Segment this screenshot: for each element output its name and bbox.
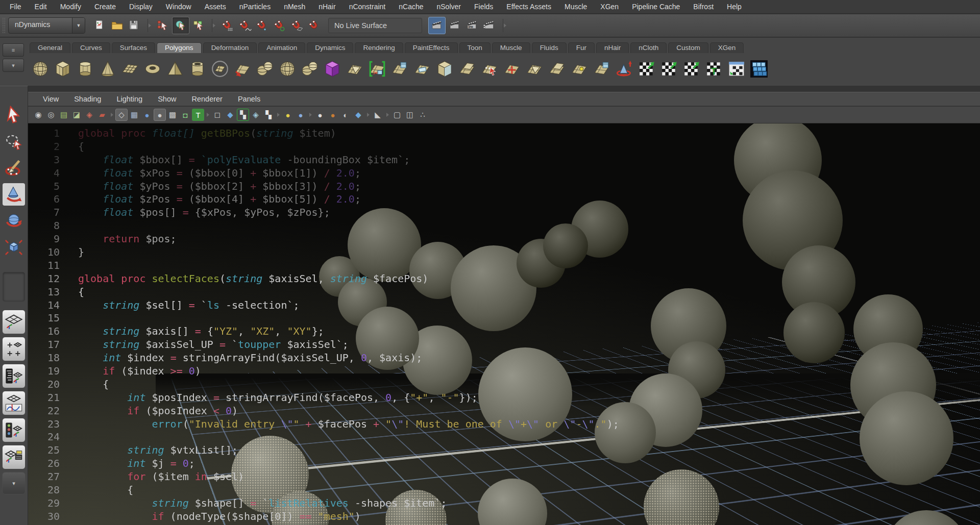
ambient-sphere-icon[interactable]: ● bbox=[314, 109, 326, 121]
bevel-icon[interactable] bbox=[434, 58, 455, 80]
isolate-select-icon[interactable]: ▚ bbox=[237, 109, 249, 121]
textured-mode-icon[interactable]: ● bbox=[154, 109, 166, 121]
wireframe-mode-icon[interactable]: ◇ bbox=[115, 109, 128, 121]
poly-sphere-icon[interactable] bbox=[30, 58, 51, 80]
isolate-cube-icon[interactable]: ▢ bbox=[391, 109, 403, 121]
snap-curve-icon[interactable] bbox=[236, 17, 253, 34]
tab-custom[interactable]: Custom bbox=[668, 42, 708, 53]
render-settings-icon[interactable] bbox=[481, 17, 498, 34]
menu-set-selector[interactable]: nDynamics ▼ bbox=[8, 17, 85, 34]
extrude-icon[interactable] bbox=[389, 58, 410, 80]
lasso-tool[interactable] bbox=[3, 130, 25, 153]
bridge-icon[interactable] bbox=[411, 58, 433, 80]
panel-menu-lighting[interactable]: Lighting bbox=[109, 95, 150, 103]
uv-spherical-map-icon[interactable] bbox=[681, 58, 702, 80]
tab-surfaces[interactable]: Surfaces bbox=[112, 42, 155, 53]
cut-faces-icon[interactable]: ✂ bbox=[366, 58, 388, 80]
panel-menu-panels[interactable]: Panels bbox=[230, 95, 268, 103]
layout-hypershade-persp[interactable] bbox=[2, 418, 26, 442]
gate-mask-icon[interactable]: ◘ bbox=[179, 109, 191, 121]
scale-tool[interactable] bbox=[3, 236, 25, 259]
poly-cone-icon[interactable] bbox=[97, 58, 118, 80]
xray-mode-icon[interactable]: ◈ bbox=[250, 109, 262, 121]
paint-select-tool[interactable] bbox=[3, 157, 25, 179]
poly-pipe-icon[interactable] bbox=[187, 58, 208, 80]
share-view-icon[interactable]: ∴ bbox=[416, 109, 429, 121]
motion-blur-icon[interactable]: ◆ bbox=[352, 109, 364, 121]
tab-animation[interactable]: Animation bbox=[258, 42, 305, 53]
default-material-icon[interactable]: ◻ bbox=[211, 109, 224, 121]
shelf-menu-icon[interactable]: ≡ bbox=[3, 43, 24, 57]
scene-light-icon[interactable]: ● bbox=[295, 109, 307, 121]
toolbar-drag-handle[interactable] bbox=[2, 17, 6, 34]
poly-cube-icon[interactable] bbox=[52, 58, 74, 80]
boolean-icon[interactable] bbox=[456, 58, 478, 80]
uv-automatic-map-icon[interactable]: T bbox=[703, 58, 725, 80]
select-area-icon[interactable]: ◣ bbox=[372, 109, 384, 121]
layout-persp-graph[interactable] bbox=[2, 391, 26, 415]
chevron-down-icon[interactable]: ▼ bbox=[72, 18, 85, 33]
select-object-icon[interactable] bbox=[172, 17, 189, 34]
tab-painteffects[interactable]: PaintEffects bbox=[405, 42, 458, 53]
menu-nsolver[interactable]: nSolver bbox=[430, 0, 468, 14]
layout-four-view[interactable] bbox=[2, 337, 26, 361]
render-view-icon[interactable] bbox=[428, 17, 446, 34]
menu-pipeline-cache[interactable]: Pipeline Cache bbox=[625, 0, 687, 14]
smooth-mesh-icon[interactable] bbox=[322, 58, 343, 80]
tab-xgen[interactable]: XGen bbox=[710, 42, 744, 53]
select-hierarchy-icon[interactable] bbox=[155, 17, 171, 34]
move-tool[interactable] bbox=[3, 183, 25, 206]
tab-muscle[interactable]: Muscle bbox=[492, 42, 530, 53]
uv-cylindrical-map-icon[interactable] bbox=[658, 58, 680, 80]
poly-cylinder-icon[interactable] bbox=[75, 58, 96, 80]
menu-muscle[interactable]: Muscle bbox=[558, 0, 594, 14]
field-chart-icon[interactable]: T bbox=[192, 109, 204, 121]
menu-nmesh[interactable]: nMesh bbox=[277, 0, 312, 14]
menu-ncache[interactable]: nCache bbox=[392, 0, 430, 14]
rotate-tool[interactable] bbox=[3, 210, 25, 232]
menu-modify[interactable]: Modify bbox=[54, 0, 88, 14]
make-live-icon[interactable] bbox=[306, 17, 322, 34]
poly-pyramid-icon[interactable] bbox=[164, 58, 186, 80]
menu-file[interactable]: File bbox=[3, 0, 28, 14]
uv-editor-icon[interactable] bbox=[726, 58, 747, 80]
shaded-mode-icon[interactable]: ● bbox=[141, 109, 153, 121]
menu-bifrost[interactable]: Bifrost bbox=[687, 0, 720, 14]
last-tool-slot[interactable] bbox=[3, 272, 25, 302]
menu-nconstraint[interactable]: nConstraint bbox=[342, 0, 393, 14]
tab-dynamics[interactable]: Dynamics bbox=[307, 42, 353, 53]
panel-menu-shading[interactable]: Shading bbox=[66, 95, 109, 103]
layout-single-persp[interactable] bbox=[2, 310, 26, 334]
menu-xgen[interactable]: XGen bbox=[594, 0, 625, 14]
crease-icon[interactable] bbox=[546, 58, 568, 80]
viewport-panel[interactable]: 1global proc float[] getBBPos(string $it… bbox=[28, 123, 980, 525]
bookmark-icon[interactable]: ▤ bbox=[58, 109, 70, 121]
menu-edit[interactable]: Edit bbox=[28, 0, 54, 14]
snap-projected-center-icon[interactable] bbox=[271, 17, 287, 34]
select-component-icon[interactable] bbox=[190, 17, 207, 34]
menu-help[interactable]: Help bbox=[720, 0, 748, 14]
menu-nhair[interactable]: nHair bbox=[312, 0, 342, 14]
default-light-icon[interactable]: ● bbox=[282, 109, 294, 121]
mesh-sphere-icon[interactable] bbox=[277, 58, 298, 80]
duplicate-view-icon[interactable]: ◫ bbox=[404, 109, 416, 121]
tab-deformation[interactable]: Deformation bbox=[203, 42, 257, 53]
poke-icon[interactable] bbox=[501, 58, 523, 80]
shelf-tab-arrow-icon[interactable]: ▾ bbox=[3, 59, 24, 72]
paint-effects-panel-icon[interactable]: ▰ bbox=[96, 109, 108, 121]
reduce-mesh-icon[interactable] bbox=[748, 58, 770, 80]
sculpt-icon[interactable] bbox=[479, 58, 500, 80]
menu-nparticles[interactable]: nParticles bbox=[233, 0, 277, 14]
layout-persp-uv[interactable] bbox=[2, 445, 26, 469]
snap-view-plane-icon[interactable] bbox=[288, 17, 305, 34]
tab-polygons[interactable]: Polygons bbox=[157, 42, 202, 53]
poly-plane-icon[interactable] bbox=[119, 58, 141, 80]
layout-more-button[interactable]: ▾ bbox=[2, 472, 26, 494]
menu-create[interactable]: Create bbox=[88, 0, 122, 14]
checker-display-icon[interactable]: ▚ bbox=[262, 109, 275, 121]
ipr-render-icon[interactable]: IPR bbox=[464, 17, 480, 34]
snap-point-icon[interactable] bbox=[254, 17, 270, 34]
view-selected-icon[interactable]: ◈ bbox=[83, 109, 95, 121]
tab-nhair[interactable]: nHair bbox=[596, 42, 629, 53]
tab-toon[interactable]: Toon bbox=[459, 42, 491, 53]
